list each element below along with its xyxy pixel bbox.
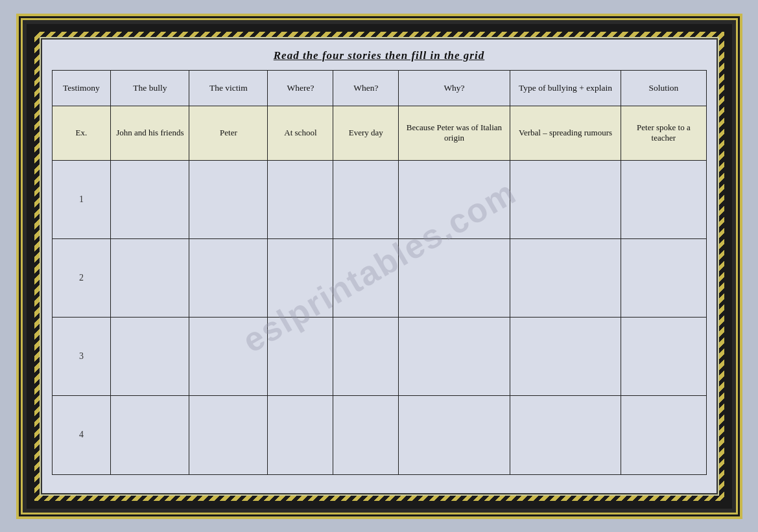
row-4-bully	[111, 396, 189, 474]
row-2-solution	[621, 238, 706, 317]
row-4-victim	[189, 396, 268, 474]
row-3-type	[510, 318, 621, 396]
data-row-4: 4	[52, 396, 706, 474]
page-title: Read the four stories then fill in the g…	[52, 49, 707, 62]
row-3-why	[399, 318, 510, 396]
header-solution: Solution	[621, 70, 706, 106]
data-row-1: 1	[52, 160, 706, 238]
row-4-solution	[621, 396, 706, 474]
row-1-when	[333, 160, 399, 238]
header-victim: The victim	[189, 70, 268, 106]
row-4-type	[510, 396, 621, 474]
row-4-where	[268, 396, 333, 474]
example-victim: Peter	[189, 106, 268, 160]
row-2-where	[268, 238, 333, 317]
row-2-when	[333, 238, 399, 317]
row-4-number: 4	[52, 396, 111, 474]
row-2-number: 2	[52, 238, 111, 317]
zigzag-border: Read the four stories then fill in the g…	[32, 29, 727, 503]
row-3-victim	[189, 318, 268, 396]
example-row: Ex. John and his friends Peter At school…	[52, 106, 706, 160]
example-solution: Peter spoke to a teacher	[621, 106, 706, 160]
header-testimony: Testimony	[52, 70, 111, 106]
row-1-victim	[189, 160, 268, 238]
row-3-bully	[111, 318, 189, 396]
header-where: Where?	[268, 70, 333, 106]
row-4-why	[399, 396, 510, 474]
row-1-bully	[111, 160, 189, 238]
outer-border: Read the four stories then fill in the g…	[23, 20, 736, 513]
data-row-3: 3	[52, 318, 706, 396]
row-1-number: 1	[52, 160, 111, 238]
example-when: Every day	[333, 106, 399, 160]
row-2-bully	[111, 238, 189, 317]
example-why: Because Peter was of Italian origin	[399, 106, 510, 160]
inner-content: Read the four stories then fill in the g…	[41, 38, 718, 494]
row-2-why	[399, 238, 510, 317]
header-bully: The bully	[111, 70, 189, 106]
row-1-solution	[621, 160, 706, 238]
row-4-when	[333, 396, 399, 474]
header-type: Type of bullying + explain	[510, 70, 621, 106]
header-why: Why?	[399, 70, 510, 106]
example-type: Verbal – spreading rumours	[510, 106, 621, 160]
row-1-why	[399, 160, 510, 238]
data-row-2: 2	[52, 238, 706, 317]
row-3-number: 3	[52, 318, 111, 396]
main-table: Testimony The bully The victim Where? Wh…	[52, 70, 707, 475]
row-2-type	[510, 238, 621, 317]
header-when: When?	[333, 70, 399, 106]
row-1-where	[268, 160, 333, 238]
header-row: Testimony The bully The victim Where? Wh…	[52, 70, 706, 106]
row-3-where	[268, 318, 333, 396]
example-testimony: Ex.	[52, 106, 111, 160]
row-3-when	[333, 318, 399, 396]
example-bully: John and his friends	[111, 106, 189, 160]
row-3-solution	[621, 318, 706, 396]
example-where: At school	[268, 106, 333, 160]
row-2-victim	[189, 238, 268, 317]
row-1-type	[510, 160, 621, 238]
